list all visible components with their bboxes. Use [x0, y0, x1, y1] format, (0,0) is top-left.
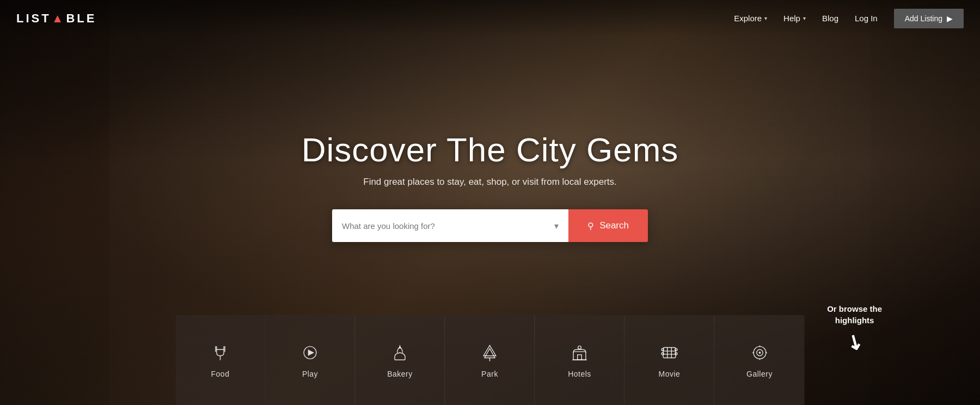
- svg-marker-6: [485, 348, 495, 358]
- add-listing-button[interactable]: Add Listing ▶: [894, 9, 964, 28]
- categories-bar: Food Play Bakery Park: [176, 315, 805, 405]
- gallery-icon: [749, 342, 770, 363]
- category-bakery[interactable]: Bakery: [356, 315, 445, 405]
- category-gallery[interactable]: Gallery: [715, 315, 805, 405]
- gallery-label: Gallery: [746, 370, 773, 378]
- browse-hint: Or browse thehighlights ↙: [827, 303, 882, 356]
- food-label: Food: [211, 370, 230, 378]
- svg-rect-8: [573, 352, 586, 360]
- park-icon: [480, 342, 500, 363]
- svg-marker-5: [483, 345, 496, 355]
- svg-point-26: [758, 352, 761, 354]
- category-food[interactable]: Food: [176, 315, 266, 405]
- park-label: Park: [481, 370, 498, 378]
- nav-login[interactable]: Log In: [855, 14, 878, 23]
- category-park[interactable]: Park: [445, 315, 535, 405]
- search-bar: ▾ ⚲ Search: [332, 209, 648, 242]
- nav-blog[interactable]: Blog: [822, 14, 838, 23]
- svg-point-10: [578, 346, 581, 349]
- hero-content: Discover The City Gems Find great places…: [302, 130, 679, 242]
- svg-rect-14: [675, 348, 677, 350]
- play-icon: [300, 342, 321, 363]
- category-movie[interactable]: Movie: [625, 315, 715, 405]
- hero-subtitle: Find great places to stay, eat, shop, or…: [363, 177, 617, 188]
- svg-rect-12: [661, 348, 664, 350]
- search-input[interactable]: [342, 221, 554, 231]
- play-label: Play: [302, 370, 318, 378]
- hotels-icon: [569, 342, 590, 363]
- bakery-icon: [390, 342, 411, 363]
- search-dropdown-icon[interactable]: ▾: [554, 221, 559, 231]
- search-button[interactable]: ⚲ Search: [568, 209, 648, 242]
- hotels-label: Hotels: [568, 370, 591, 378]
- search-input-wrapper: ▾: [332, 209, 568, 242]
- movie-label: Movie: [659, 370, 681, 378]
- nav-explore[interactable]: Explore ▾: [734, 14, 767, 23]
- hero-title: Discover The City Gems: [302, 130, 679, 169]
- logo[interactable]: LIST▲BLE: [16, 11, 96, 26]
- logo-arrow: ▲: [52, 11, 66, 25]
- help-chevron-icon: ▾: [803, 15, 806, 21]
- add-listing-arrow-icon: ▶: [947, 14, 953, 23]
- movie-icon: [659, 342, 680, 363]
- svg-rect-9: [578, 354, 582, 360]
- navbar: LIST▲BLE Explore ▾ Help ▾ Blog Log In Ad…: [0, 0, 980, 37]
- category-hotels[interactable]: Hotels: [535, 315, 625, 405]
- nav-help[interactable]: Help ▾: [783, 14, 806, 23]
- svg-rect-11: [663, 347, 676, 358]
- search-icon: ⚲: [587, 221, 594, 231]
- nav-links: Explore ▾ Help ▾ Blog Log In Add Listing…: [734, 9, 964, 28]
- bakery-label: Bakery: [387, 370, 413, 378]
- explore-chevron-icon: ▾: [764, 15, 767, 21]
- hero-section: LIST▲BLE Explore ▾ Help ▾ Blog Log In Ad…: [0, 0, 980, 405]
- category-play[interactable]: Play: [266, 315, 356, 405]
- food-icon: [210, 342, 231, 363]
- logo-text: LIST▲BLE: [16, 11, 96, 26]
